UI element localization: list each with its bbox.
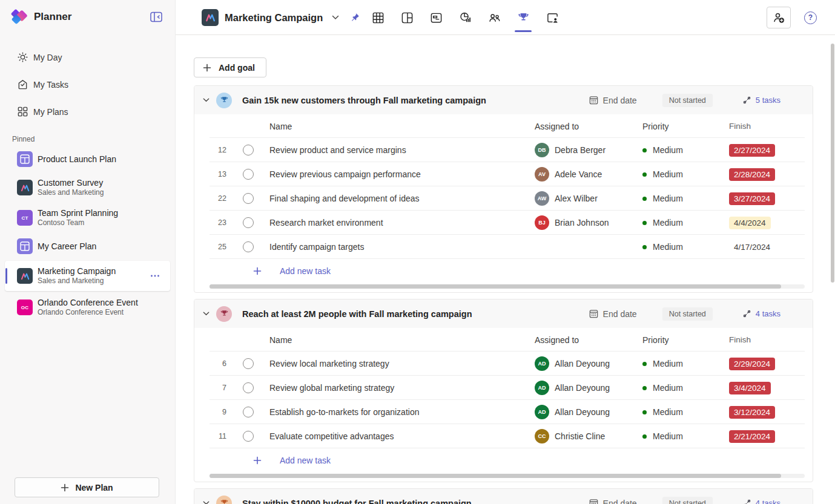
- chevron-down-icon[interactable]: [202, 310, 210, 318]
- more-options-icon[interactable]: [150, 270, 160, 281]
- goal-header[interactable]: Gain 15k new customers through Fall mark…: [194, 86, 813, 114]
- scrollbar-thumb[interactable]: [210, 474, 781, 478]
- status-badge[interactable]: Not started: [662, 94, 713, 107]
- task-name[interactable]: Review previous campaign performance: [268, 169, 525, 179]
- task-assignee[interactable]: AW Alex Wilber: [525, 191, 634, 206]
- sidebar-plan-my-career[interactable]: My Career Plan: [0, 233, 175, 260]
- chevron-down-icon[interactable]: [331, 13, 340, 22]
- task-checkbox[interactable]: [243, 145, 254, 155]
- finish-date-badge[interactable]: 4/4/2024: [729, 217, 771, 229]
- task-priority[interactable]: Medium: [634, 169, 721, 179]
- task-name[interactable]: Evaluate competitive advantages: [268, 431, 525, 441]
- add-member-button[interactable]: [767, 7, 791, 28]
- task-row[interactable]: 6 Review local marketing strategy AD All…: [194, 352, 813, 376]
- task-row[interactable]: 12 Review product and service margins DB…: [194, 138, 813, 162]
- task-checkbox[interactable]: [243, 193, 254, 204]
- task-checkbox[interactable]: [243, 217, 254, 228]
- task-assignee[interactable]: AD Allan Deyoung: [525, 356, 634, 371]
- task-checkbox[interactable]: [243, 407, 254, 417]
- linked-tasks-button[interactable]: 4 tasks: [742, 309, 781, 318]
- task-assignee[interactable]: BJ Brian Johnson: [525, 215, 634, 230]
- horizontal-scrollbar[interactable]: [210, 474, 805, 478]
- task-priority[interactable]: Medium: [634, 145, 721, 155]
- chevron-down-icon[interactable]: [202, 499, 210, 504]
- task-assignee[interactable]: DB Debra Berger: [525, 143, 634, 157]
- end-date-button[interactable]: End date: [589, 309, 637, 319]
- task-name[interactable]: Identify campaign targets: [268, 242, 525, 252]
- end-date-button[interactable]: End date: [589, 95, 637, 105]
- task-name[interactable]: Review product and service margins: [268, 145, 525, 155]
- grid-view-icon[interactable]: [368, 5, 388, 30]
- new-plan-button[interactable]: New Plan: [15, 477, 159, 497]
- task-assignee[interactable]: AD Allan Deyoung: [525, 405, 634, 419]
- task-row[interactable]: 7 Review global marketing strategy AD Al…: [194, 376, 813, 400]
- finish-date-badge[interactable]: 2/27/2024: [729, 144, 775, 157]
- linked-tasks-button[interactable]: 5 tasks: [742, 96, 781, 105]
- status-badge[interactable]: Not started: [662, 307, 713, 321]
- task-priority[interactable]: Medium: [634, 383, 721, 393]
- horizontal-scrollbar[interactable]: [210, 284, 805, 289]
- task-name[interactable]: Establish go-to-markets for organization: [268, 407, 525, 417]
- task-checkbox[interactable]: [243, 431, 254, 442]
- task-assignee[interactable]: [525, 240, 634, 254]
- task-row[interactable]: 13 Review previous campaign performance …: [194, 162, 813, 186]
- vertical-scrollbar[interactable]: [831, 44, 834, 283]
- charts-view-icon[interactable]: [455, 5, 475, 30]
- task-priority[interactable]: Medium: [634, 242, 721, 252]
- sidebar-plan-customer-survey[interactable]: Customer Survey Sales and Marketing: [0, 172, 175, 203]
- task-assignee[interactable]: AV Adele Vance: [525, 167, 634, 182]
- sidebar-plan-team-sprint[interactable]: CT Team Sprint Planning Contoso Team: [0, 203, 175, 233]
- finish-date-badge[interactable]: 2/29/2024: [729, 358, 775, 370]
- finish-date-badge[interactable]: 3/4/2024: [729, 382, 771, 394]
- add-new-task-button[interactable]: Add new task: [194, 448, 813, 473]
- task-row[interactable]: 25 Identify campaign targets Medium 4/17…: [194, 235, 813, 259]
- task-priority[interactable]: Medium: [634, 431, 721, 441]
- people-view-icon[interactable]: [484, 5, 504, 30]
- goal-header[interactable]: Reach at least 2M people with Fall marke…: [194, 299, 813, 328]
- task-row[interactable]: 22 Final shaping and development of idea…: [194, 186, 813, 211]
- add-goal-button[interactable]: Add goal: [194, 57, 266, 77]
- scrollbar-thumb[interactable]: [210, 284, 781, 289]
- task-checkbox[interactable]: [243, 241, 254, 252]
- goals-view-icon[interactable]: [513, 5, 533, 30]
- task-priority[interactable]: Medium: [634, 218, 721, 227]
- task-priority[interactable]: Medium: [634, 194, 721, 203]
- finish-date-badge[interactable]: 3/12/2024: [729, 406, 775, 419]
- board-view-icon[interactable]: [397, 5, 417, 30]
- sidebar-plan-marketing-campaign[interactable]: Marketing Campaign Sales and Marketing: [5, 261, 170, 291]
- linked-tasks-button[interactable]: 4 tasks: [742, 499, 781, 504]
- sidebar-item-my-plans[interactable]: My Plans: [0, 98, 175, 125]
- task-priority[interactable]: Medium: [634, 359, 721, 368]
- add-new-task-button[interactable]: Add new task: [194, 259, 813, 283]
- task-name[interactable]: Final shaping and development of ideas: [268, 194, 525, 203]
- end-date-button[interactable]: End date: [589, 498, 637, 504]
- sidebar-item-my-tasks[interactable]: My Tasks: [0, 71, 175, 98]
- task-checkbox[interactable]: [243, 382, 254, 393]
- task-assignee[interactable]: AD Allan Deyoung: [525, 381, 634, 395]
- finish-date-badge[interactable]: 3/27/2024: [729, 192, 775, 205]
- task-name[interactable]: Research market environment: [268, 218, 525, 227]
- help-icon[interactable]: ?: [804, 11, 817, 24]
- goal-header[interactable]: Stay within $10000 budget for Fall marke…: [194, 489, 813, 504]
- sidebar-item-my-day[interactable]: My Day: [0, 44, 175, 71]
- task-row[interactable]: 9 Establish go-to-markets for organizati…: [194, 400, 813, 424]
- collapse-sidebar-icon[interactable]: [150, 10, 163, 24]
- timeline-view-icon[interactable]: [426, 5, 446, 30]
- finish-date-badge[interactable]: 2/21/2024: [729, 430, 775, 443]
- task-row[interactable]: 11 Evaluate competitive advantages CC Ch…: [194, 424, 813, 448]
- sidebar-plan-product-launch[interactable]: Product Launch Plan: [0, 146, 175, 172]
- status-badge[interactable]: Not started: [662, 497, 713, 504]
- task-row[interactable]: 23 Research market environment BJ Brian …: [194, 211, 813, 235]
- task-priority[interactable]: Medium: [634, 407, 721, 417]
- task-checkbox[interactable]: [243, 358, 254, 369]
- task-name[interactable]: Review global marketing strategy: [268, 383, 525, 393]
- finish-date-badge[interactable]: 4/17/2024: [729, 241, 775, 254]
- task-name[interactable]: Review local marketing strategy: [268, 359, 525, 368]
- task-checkbox[interactable]: [243, 169, 254, 180]
- pin-icon[interactable]: [349, 13, 360, 23]
- finish-date-badge[interactable]: 2/28/2024: [729, 168, 775, 181]
- assignments-view-icon[interactable]: [543, 5, 562, 30]
- sidebar-plan-orlando-conference[interactable]: OC Orlando Conference Event Orlando Conf…: [0, 292, 175, 322]
- chevron-down-icon[interactable]: [202, 96, 210, 104]
- task-assignee[interactable]: CC Christie Cline: [525, 429, 634, 443]
